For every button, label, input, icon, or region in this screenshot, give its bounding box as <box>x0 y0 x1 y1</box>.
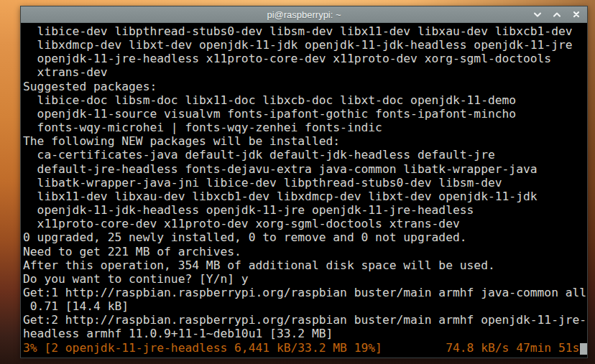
terminal-line: Suggested packages: <box>23 80 586 93</box>
chevron-down-icon <box>533 11 542 18</box>
terminal-line-text: openjdk-11-jdk-headless openjdk-11-jre o… <box>23 203 474 217</box>
terminal-line-text: default-jre-headless fonts-dejavu-extra … <box>23 162 538 176</box>
terminal-line-text: xtrans-dev <box>23 65 108 79</box>
terminal-line: 3% [2 openjdk-11-jre-headless 6,441 kB/3… <box>23 341 586 355</box>
terminal-line-text: libxdmcp-dev libxt-dev openjdk-11-jdk op… <box>23 38 573 52</box>
terminal-line: ca-certificates-java default-jdk default… <box>23 148 586 162</box>
terminal-line-text: fonts-wqy-microhei | fonts-wqy-zenhei fo… <box>23 121 382 134</box>
terminal-line-text: After this operation, 354 MB of addition… <box>23 258 495 272</box>
terminal-window: pi@raspberrypi: ~ libice-dev libpthread-… <box>20 6 588 358</box>
terminal-line: Do you want to continue? [Y/n] y <box>23 272 586 286</box>
maximize-button[interactable] <box>550 8 563 21</box>
chevron-up-icon <box>553 11 561 18</box>
terminal-line-text: Need to get 221 MB of archives. <box>23 245 241 258</box>
terminal-line-text: Get:2 http://raspbian.raspberrypi.org/ra… <box>23 313 586 327</box>
desktop-wallpaper: { "window": { "title": "pi@raspberrypi: … <box>0 0 595 364</box>
terminal-line-text: 0 upgraded, 25 newly installed, 0 to rem… <box>23 230 467 244</box>
terminal-line-text: Do you want to continue? [Y/n] y <box>23 272 249 286</box>
terminal-line: headless armhf 11.0.9+11-1~deb10u1 [33.2… <box>23 327 586 340</box>
terminal-line: libice-dev libpthread-stubs0-dev libsm-d… <box>23 24 586 38</box>
terminal-line: Get:2 http://raspbian.raspberrypi.org/ra… <box>23 313 586 327</box>
terminal-line: openjdk-11-jdk-headless openjdk-11-jre o… <box>23 203 586 217</box>
terminal-screen[interactable]: libice-dev libpthread-stubs0-dev libsm-d… <box>21 23 587 358</box>
terminal-line-text: ca-certificates-java default-jdk default… <box>23 148 495 162</box>
close-button[interactable] <box>570 8 583 21</box>
terminal-line: openjdk-11-jre-headless x11proto-core-de… <box>23 52 586 65</box>
terminal-line-text: 3% [2 openjdk-11-jre-headless 6,441 kB/3… <box>23 341 579 355</box>
terminal-line-text: openjdk-11-source visualvm fonts-ipafont… <box>23 107 516 121</box>
terminal-line-text: x11proto-core-dev x11proto-dev xorg-sgml… <box>23 217 460 230</box>
titlebar[interactable]: pi@raspberrypi: ~ <box>21 6 587 23</box>
terminal-line: openjdk-11-source visualvm fonts-ipafont… <box>23 107 586 121</box>
terminal-line: The following NEW packages will be insta… <box>23 134 586 148</box>
terminal-line-text: libice-dev libpthread-stubs0-dev libsm-d… <box>23 24 573 38</box>
minimize-button[interactable] <box>531 8 544 21</box>
terminal-line-text: libatk-wrapper-java-jni libice-dev libpt… <box>23 176 502 190</box>
window-title: pi@raspberrypi: ~ <box>267 9 341 20</box>
window-controls <box>531 6 583 22</box>
terminal-line-text: headless armhf 11.0.9+11-1~deb10u1 [33.2… <box>23 327 333 340</box>
terminal-line: libatk-wrapper-java-jni libice-dev libpt… <box>23 176 586 190</box>
terminal-line: x11proto-core-dev x11proto-dev xorg-sgml… <box>23 217 586 230</box>
terminal-line: xtrans-dev <box>23 65 586 79</box>
terminal-line: Get:1 http://raspbian.raspberrypi.org/ra… <box>23 286 586 299</box>
terminal-line-text: Get:1 http://raspbian.raspberrypi.org/ra… <box>23 286 586 299</box>
terminal-line: Need to get 221 MB of archives. <box>23 245 586 258</box>
terminal-line: libice-doc libsm-doc libx11-doc libxcb-d… <box>23 93 586 107</box>
terminal-line: 0 upgraded, 25 newly installed, 0 to rem… <box>23 230 586 244</box>
terminal-line: After this operation, 354 MB of addition… <box>23 258 586 272</box>
terminal-cursor <box>580 343 587 355</box>
terminal-line-text: libice-doc libsm-doc libx11-doc libxcb-d… <box>23 93 516 107</box>
terminal-line-text: 0.71 [14.4 kB] <box>23 299 129 313</box>
terminal-line-text: The following NEW packages will be insta… <box>23 134 340 148</box>
terminal-line: fonts-wqy-microhei | fonts-wqy-zenhei fo… <box>23 121 586 134</box>
terminal-line: libx11-dev libxau-dev libxcb1-dev libxdm… <box>23 190 586 203</box>
terminal-line-text: libx11-dev libxau-dev libxcb1-dev libxdm… <box>23 190 538 203</box>
terminal-line-text: openjdk-11-jre-headless x11proto-core-de… <box>23 52 551 65</box>
close-icon <box>573 11 580 18</box>
terminal-line-text: Suggested packages: <box>23 80 157 93</box>
terminal-line: libxdmcp-dev libxt-dev openjdk-11-jdk op… <box>23 38 586 52</box>
terminal-line: 0.71 [14.4 kB] <box>23 299 586 313</box>
terminal-line: default-jre-headless fonts-dejavu-extra … <box>23 162 586 176</box>
